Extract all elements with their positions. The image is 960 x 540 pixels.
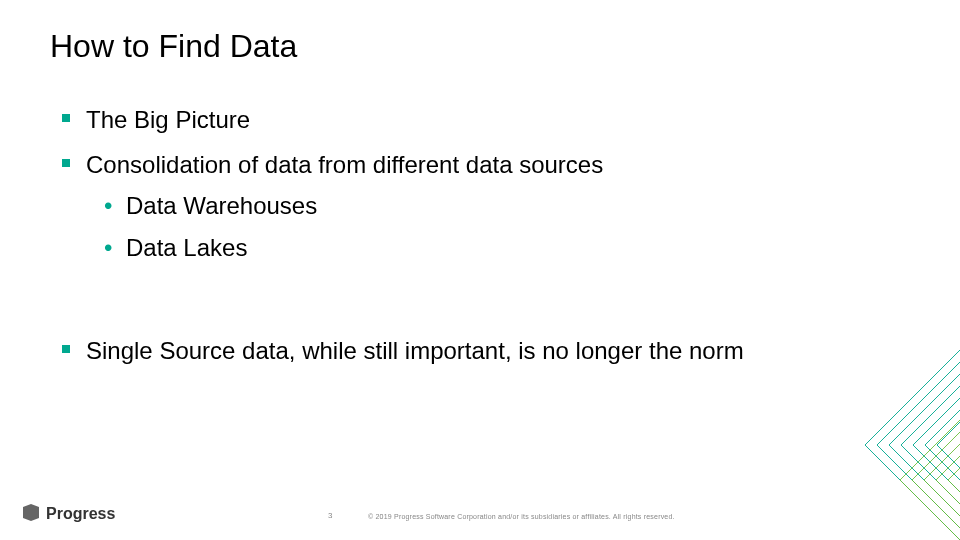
bullet-list: The Big Picture Consolidation of data fr… — [50, 103, 910, 266]
page-title: How to Find Data — [50, 28, 910, 65]
slide-footer: Progress 3 © 2019 Progress Software Corp… — [0, 494, 960, 524]
logo-text: Progress — [46, 505, 115, 523]
bullet-item: Single Source data, while still importan… — [62, 334, 910, 369]
sub-bullet-text: Data Warehouses — [126, 192, 317, 219]
copyright-text: © 2019 Progress Software Corporation and… — [368, 513, 675, 520]
bullet-list: Single Source data, while still importan… — [50, 334, 910, 369]
bullet-item: Consolidation of data from different dat… — [62, 148, 910, 266]
slide: How to Find Data The Big Picture Consoli… — [0, 0, 960, 540]
progress-logo-icon — [22, 504, 40, 524]
bullet-text: Single Source data, while still importan… — [86, 337, 744, 364]
sub-bullet-list: Data Warehouses Data Lakes — [86, 189, 910, 267]
page-number: 3 — [328, 511, 332, 520]
sub-bullet-item: Data Lakes — [104, 231, 910, 266]
bullet-item: The Big Picture — [62, 103, 910, 138]
sub-bullet-item: Data Warehouses — [104, 189, 910, 224]
bullet-text: Consolidation of data from different dat… — [86, 151, 603, 178]
spacer — [50, 276, 910, 334]
slide-body: The Big Picture Consolidation of data fr… — [50, 103, 910, 369]
progress-logo: Progress — [22, 504, 115, 524]
bullet-text: The Big Picture — [86, 106, 250, 133]
sub-bullet-text: Data Lakes — [126, 234, 247, 261]
